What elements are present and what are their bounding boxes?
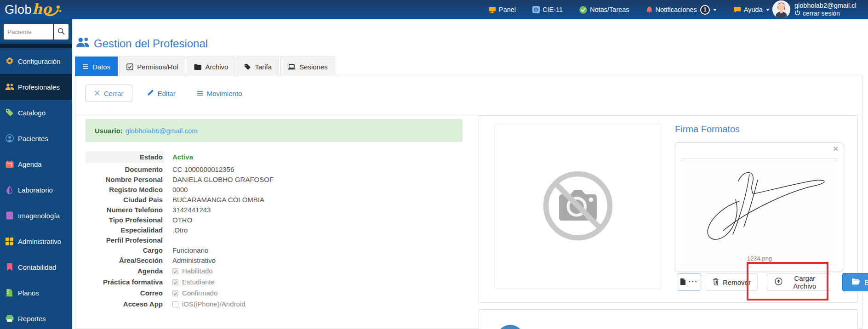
field-row: Práctica formativaEstudiante: [86, 277, 417, 288]
sidebar-item-label: Catalogo: [18, 109, 46, 117]
firma-title: Firma Formatos: [675, 124, 740, 135]
checkbox-label: iOS(iPhone)/Android: [182, 299, 246, 310]
profile-fields: EstadoActivaDocumentoCC 1000000012356Nom…: [86, 151, 417, 310]
checkbox[interactable]: [172, 290, 178, 296]
tag-icon: [4, 108, 15, 117]
field-value: OTRO: [172, 215, 192, 225]
close-icon[interactable]: ×: [833, 144, 838, 154]
field-row: Perfil Profesional: [86, 235, 417, 245]
logout-button[interactable]: cerrar sesión: [794, 10, 857, 17]
sidebar-item-agenda[interactable]: Agenda: [0, 151, 72, 177]
sidebar-item-label: Laboratorio: [18, 186, 53, 194]
grid-icon: [4, 238, 15, 245]
edit-button[interactable]: Editar: [141, 85, 182, 102]
search-icon: [57, 28, 65, 36]
chevron-down-icon: [713, 9, 717, 11]
upload-icon: [775, 278, 782, 287]
field-row: Ciudad PaisBUCARAMANGA COLOMBIA: [86, 195, 417, 205]
nav-item-notas-tareas[interactable]: Notas/Tareas: [579, 6, 629, 14]
checkbox-icon: [126, 63, 133, 70]
sidebar-item-label: Configuración: [18, 57, 61, 65]
notification-badge: 1: [700, 5, 710, 15]
file-options-button[interactable]: ···: [677, 273, 701, 291]
field-value: CC 1000000012356: [172, 164, 234, 175]
user-email: globholab2@gmail.cl: [794, 2, 857, 9]
tab-tarifa[interactable]: Tarifa: [237, 57, 279, 76]
user-menu: globholab2@gmail.cl cerrar sesión: [772, 0, 857, 18]
user-banner-email-link[interactable]: globholab6@gmail.com: [126, 127, 198, 135]
printer-icon: [4, 315, 15, 322]
checkbox[interactable]: [172, 279, 178, 285]
upload-file-button[interactable]: Cargar Archivo: [767, 273, 831, 291]
field-row: Tipo ProfesionalOTRO: [86, 215, 417, 225]
nav-item-label: Panel: [499, 6, 516, 13]
tab-sesiones[interactable]: Sesiones: [280, 57, 335, 76]
droplet-icon: [4, 186, 15, 194]
field-value: iOS(iPhone)/Android: [172, 299, 246, 310]
field-row: Numero Telefono3142441243: [86, 205, 417, 215]
sidebar-item-label: Profesionales: [18, 83, 60, 91]
sidebar-search: [0, 19, 72, 44]
sidebar-item-pacientes[interactable]: Pacientes: [0, 125, 72, 151]
search-button[interactable]: [54, 24, 69, 40]
profile-media-panel: Firma Formatos × 1234.png ·: [479, 115, 858, 303]
field-label: Área/Sección: [86, 255, 165, 266]
tab-label: Tarifa: [255, 63, 272, 71]
field-label: Cargo: [86, 245, 165, 255]
remove-button[interactable]: Remover: [706, 273, 758, 291]
logo-text-glob: Glob: [5, 3, 32, 17]
checkbox[interactable]: [172, 268, 178, 274]
tab-permisos-rol[interactable]: Permisos/Rol: [119, 57, 185, 76]
field-label: Correo: [86, 288, 165, 299]
nav-item-ayuda[interactable]: Ayuda: [733, 6, 770, 13]
logo[interactable]: Globho: [5, 1, 62, 19]
content-card: Cerrar Editar Movimiento Usuario: globho…: [75, 76, 862, 329]
close-x-icon: [94, 90, 100, 97]
patient-icon: [4, 134, 15, 142]
tab-archivo[interactable]: Archivo: [187, 57, 235, 76]
field-value: Estudiante: [172, 277, 215, 288]
nav-item-notificaciones[interactable]: Notificaciones1: [646, 5, 717, 15]
status-badge: Activa: [172, 151, 193, 163]
user-banner-label: Usuario:: [95, 127, 123, 135]
tab-label: Archivo: [205, 63, 228, 71]
sidebar-item-administrativo[interactable]: Administrativo: [0, 228, 72, 254]
sidebar-item-catalogo[interactable]: Catalogo: [0, 100, 72, 125]
movement-button[interactable]: Movimiento: [190, 85, 249, 102]
sidebar-item-laboratorio[interactable]: Laboratorio: [0, 177, 72, 203]
sidebar-item-contabilidad[interactable]: Contabilidad: [0, 254, 72, 280]
field-label: Numero Telefono: [86, 205, 165, 215]
field-value: Confirmado: [172, 288, 218, 299]
sidebar-item-configuracion[interactable]: Configuración: [0, 48, 72, 74]
close-button[interactable]: Cerrar: [86, 85, 132, 102]
user-banner: Usuario: globholab6@gmail.com: [86, 119, 463, 142]
nav-item-cie11[interactable]: CIE-11: [532, 6, 563, 13]
sidebar-item-label: Planos: [18, 289, 39, 297]
nav-item-panel[interactable]: Panel: [488, 6, 516, 13]
top-navbar: Globho PanelCIE-11Notas/TareasNotificaci…: [0, 0, 868, 19]
checkbox-label: Estudiante: [182, 277, 215, 288]
tag-dark-icon: [244, 63, 251, 70]
chevron-down-icon: [766, 9, 770, 11]
checkbox[interactable]: [172, 301, 178, 307]
photo-placeholder: [494, 124, 662, 289]
avatar[interactable]: [772, 0, 790, 18]
field-row: Área/SecciónAdministrativo: [86, 255, 417, 266]
nav-item-label: Notas/Tareas: [590, 6, 629, 13]
field-value: BUCARAMANGA COLOMBIA: [172, 195, 264, 205]
check-circle-icon: [579, 6, 587, 14]
sidebar-item-planos[interactable]: Planos: [0, 280, 72, 306]
tab-datos[interactable]: Datos: [75, 57, 118, 76]
sidebar-item-imagenologia[interactable]: Imagenología: [0, 203, 72, 228]
sidebar-item-profesionales[interactable]: Profesionales: [0, 74, 72, 100]
field-value: DANIELA GLOBHO GRAFOSOF: [172, 175, 274, 185]
page-title: Gestion del Profesional: [76, 37, 208, 50]
tab-label: Datos: [92, 63, 110, 71]
sidebar-item-reportes[interactable]: Reportes: [0, 306, 72, 329]
monitor-icon: [488, 6, 496, 13]
field-row: EstadoActiva: [86, 151, 417, 163]
browse-button[interactable]: Buscar ..: [842, 273, 868, 291]
signature-filename: 1234.png: [682, 255, 837, 262]
search-input[interactable]: [4, 24, 53, 40]
sidebar-item-label: Reportes: [18, 315, 46, 323]
